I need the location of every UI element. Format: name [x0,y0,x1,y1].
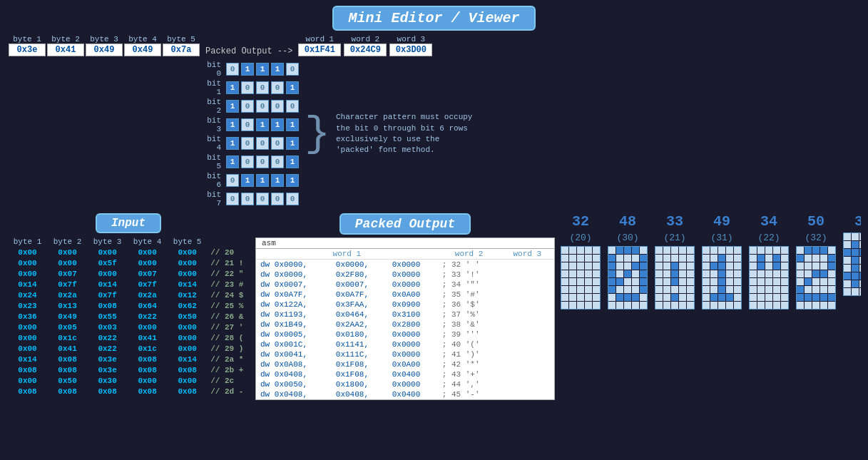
input-cell-r13-c1[interactable]: 0x08 [48,387,87,397]
char-pixel[interactable] [608,302,616,309]
input-cell-r6-c5[interactable]: // 26 & [208,312,249,322]
input-cell-r7-c4[interactable]: 0x00 [168,322,207,332]
input-cell-r3-c0[interactable]: 0x14 [8,280,47,290]
char-pixel[interactable] [624,286,631,293]
input-cell-r8-c1[interactable]: 0x1c [48,333,87,343]
char-pixel[interactable] [687,255,694,262]
char-pixel[interactable] [561,286,568,293]
bit-cell-r1-c1[interactable]: 0 [241,81,254,94]
char-pixel[interactable] [593,294,600,301]
char-pixel[interactable] [718,262,725,270]
char-pixel[interactable] [569,262,576,270]
input-cell-r12-c1[interactable]: 0x50 [48,376,87,386]
char-pixel[interactable] [781,270,788,277]
input-cell-r12-c0[interactable]: 0x00 [8,376,47,386]
bit-cell-r6-c3[interactable]: 1 [271,174,284,187]
bit-cell-r0-c0[interactable]: 0 [226,63,239,76]
char-pixel[interactable] [820,302,827,309]
word-value-3[interactable]: 0x3D00 [389,44,432,56]
input-cell-r7-c1[interactable]: 0x05 [48,322,87,332]
input-cell-r9-c0[interactable]: 0x00 [8,344,47,354]
input-cell-r13-c2[interactable]: 0x08 [88,387,127,397]
input-cell-r12-c3[interactable]: 0x00 [128,376,167,386]
char-pixel[interactable] [663,247,670,254]
char-pixel[interactable] [585,278,592,285]
char-pixel[interactable] [859,249,861,256]
char-pixel[interactable] [632,302,639,309]
char-pixel[interactable] [797,302,804,309]
input-cell-r5-c1[interactable]: 0x13 [48,301,87,311]
char-pixel[interactable] [710,302,718,309]
bit-cell-r0-c3[interactable]: 1 [271,63,284,76]
char-pixel[interactable] [593,270,600,277]
char-pixel[interactable] [805,270,812,277]
input-cell-r4-c0[interactable]: 0x24 [8,290,47,300]
char-pixel[interactable] [655,286,663,293]
char-pixel[interactable] [828,262,835,270]
input-cell-r3-c5[interactable]: // 23 # [208,280,249,290]
char-pixel[interactable] [616,302,623,309]
char-pixel[interactable] [687,262,694,270]
char-pixel[interactable] [765,302,772,309]
char-pixel[interactable] [616,278,623,285]
char-pixel[interactable] [663,278,670,285]
char-pixel[interactable] [703,294,710,301]
char-pixel[interactable] [852,272,859,280]
char-pixel[interactable] [726,255,733,262]
bit-cell-r5-c4[interactable]: 1 [286,155,299,168]
input-cell-r5-c2[interactable]: 0x08 [88,301,127,311]
char-pixel[interactable] [624,278,631,285]
input-cell-r6-c4[interactable]: 0x50 [168,312,207,322]
input-cell-r0-c5[interactable]: // 20 [208,247,249,257]
char-pixel[interactable] [663,286,670,293]
char-pixel[interactable] [671,302,678,309]
char-pixel[interactable] [812,270,820,277]
char-pixel[interactable] [734,302,741,309]
char-pixel[interactable] [805,302,812,309]
char-pixel[interactable] [844,249,851,256]
input-cell-r4-c2[interactable]: 0x7f [88,290,127,300]
char-pixel[interactable] [569,302,576,309]
input-cell-r2-c4[interactable]: 0x00 [168,269,207,279]
bit-cell-r0-c2[interactable]: 1 [256,63,269,76]
char-pixel[interactable] [655,247,663,254]
bit-cell-r7-c3[interactable]: 0 [271,193,284,205]
char-pixel[interactable] [608,270,616,277]
input-cell-r10-c3[interactable]: 0x08 [128,354,167,364]
char-pixel[interactable] [757,255,765,262]
char-pixel[interactable] [687,270,694,277]
char-pixel[interactable] [561,247,568,254]
char-pixel[interactable] [734,286,741,293]
char-pixel[interactable] [718,294,725,301]
bit-cell-r7-c1[interactable]: 0 [241,193,254,205]
char-pixel[interactable] [679,294,686,301]
input-cell-r4-c1[interactable]: 0x2a [48,290,87,300]
char-pixel[interactable] [750,294,757,301]
char-pixel[interactable] [859,288,861,295]
char-pixel[interactable] [679,255,686,262]
bit-cell-r5-c2[interactable]: 0 [256,155,269,168]
char-pixel[interactable] [616,294,623,301]
bit-cell-r4-c0[interactable]: 1 [226,137,239,150]
char-pixel[interactable] [781,302,788,309]
char-pixel[interactable] [663,302,670,309]
char-pixel[interactable] [632,247,639,254]
char-pixel[interactable] [577,286,584,293]
char-pixel[interactable] [757,302,765,309]
char-pixel[interactable] [852,288,859,295]
char-pixel[interactable] [663,294,670,301]
bit-cell-r4-c4[interactable]: 1 [286,137,299,150]
char-pixel[interactable] [852,233,859,240]
input-cell-r2-c0[interactable]: 0x00 [8,269,47,279]
input-cell-r10-c0[interactable]: 0x14 [8,354,47,364]
bit-cell-r2-c0[interactable]: 1 [226,100,239,113]
char-pixel[interactable] [750,262,757,270]
char-pixel[interactable] [773,247,780,254]
bit-cell-r2-c3[interactable]: 0 [271,100,284,113]
char-pixel[interactable] [632,278,639,285]
char-pixel[interactable] [624,255,631,262]
char-pixel[interactable] [616,270,623,277]
char-pixel[interactable] [687,278,694,285]
char-pixel[interactable] [593,247,600,254]
char-pixel[interactable] [703,286,710,293]
